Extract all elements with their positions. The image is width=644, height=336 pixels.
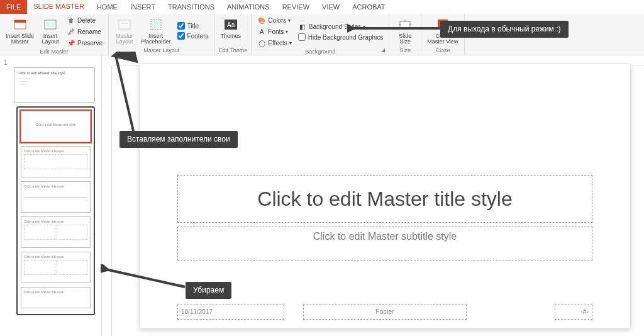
tab-insert[interactable]: INSERT bbox=[124, 0, 162, 14]
vertical-ruler bbox=[102, 65, 112, 336]
preserve-icon: 📌 bbox=[67, 38, 75, 47]
preserve-button[interactable]: 📌Preserve bbox=[65, 38, 104, 48]
master-layout-icon bbox=[116, 16, 133, 33]
tab-view[interactable]: VIEW bbox=[316, 0, 346, 14]
callout-remove: Убираем bbox=[186, 282, 231, 299]
fonts-button[interactable]: AFonts ▾ bbox=[255, 26, 293, 36]
slide-master-icon bbox=[12, 16, 28, 33]
rename-button[interactable]: 🖉Rename bbox=[65, 26, 104, 36]
master-layout-button[interactable]: Master Layout bbox=[113, 15, 136, 47]
group-size: Slide Size Size bbox=[389, 14, 421, 55]
subtitle-placeholder[interactable]: Click to edit Master subtitle style bbox=[177, 227, 592, 260]
group-master-layout: Master Layout Insert Placeholder Title F… bbox=[109, 14, 214, 55]
layout-thumb-4[interactable]: Click to edit Master title style bbox=[21, 216, 91, 248]
insert-slide-master-button[interactable]: Insert Slide Master bbox=[4, 15, 36, 48]
delete-icon: 🗑 bbox=[67, 16, 75, 25]
thumbnail-panel: 1 Click to edit Master title style • ───… bbox=[0, 55, 102, 336]
workspace: 1 Click to edit Master title style • ───… bbox=[0, 55, 644, 336]
master-thumbnail[interactable]: Click to edit Master title style • ─────… bbox=[14, 67, 95, 103]
bg-styles-icon: ◧ bbox=[298, 22, 307, 31]
canvas-area: Click to edit Master title style Click t… bbox=[102, 55, 644, 336]
layout-thumb-1[interactable]: Click to edit Master title style bbox=[21, 111, 91, 142]
layout-thumb-2[interactable]: Click to edit Master title style bbox=[21, 146, 91, 177]
title-checkbox[interactable]: Title bbox=[175, 21, 211, 30]
tab-file[interactable]: FILE bbox=[0, 0, 27, 14]
themes-icon: Aa bbox=[223, 16, 239, 33]
svg-rect-11 bbox=[400, 21, 410, 28]
group-edit-master: Insert Slide Master Insert Layout 🗑Delet… bbox=[0, 14, 109, 55]
svg-rect-1 bbox=[14, 20, 26, 23]
tab-transitions[interactable]: TRANSITIONS bbox=[162, 0, 221, 14]
master-number: 1 bbox=[3, 59, 99, 66]
svg-rect-3 bbox=[46, 22, 50, 27]
tab-slide-master[interactable]: SLIDE MASTER bbox=[27, 0, 91, 14]
themes-button[interactable]: Aa Themes bbox=[218, 15, 243, 47]
layout-thumb-5[interactable]: Click to edit Master title style bbox=[21, 252, 91, 283]
tab-bar: FILE SLIDE MASTER HOME INSERT TRANSITION… bbox=[0, 0, 644, 14]
background-dialog-launcher[interactable]: ◢ bbox=[381, 47, 387, 53]
callout-close: Для выхода в обычный режим :) bbox=[440, 21, 569, 38]
layouts-container: Click to edit Master title style Click t… bbox=[16, 106, 95, 315]
group-background: 🎨Colors ▾ AFonts ▾ ◯Effects ▾ ◧Backgroun… bbox=[252, 14, 389, 55]
footers-checkbox[interactable]: Footers bbox=[175, 31, 211, 40]
colors-icon: 🎨 bbox=[257, 16, 266, 25]
layout-thumb-3[interactable]: Click to edit Master title style bbox=[21, 181, 91, 213]
tab-home[interactable]: HOME bbox=[91, 0, 124, 14]
hide-bg-checkbox[interactable]: Hide Background Graphics bbox=[296, 33, 386, 42]
insert-layout-button[interactable]: Insert Layout bbox=[38, 15, 62, 48]
delete-button[interactable]: 🗑Delete bbox=[65, 15, 104, 25]
tab-review[interactable]: REVIEW bbox=[276, 0, 316, 14]
slide-size-icon bbox=[397, 16, 413, 33]
bg-styles-button[interactable]: ◧Background Styles ▾ bbox=[296, 21, 386, 31]
svg-text:Aa: Aa bbox=[227, 21, 235, 28]
page-number-placeholder[interactable]: ‹#› bbox=[555, 305, 592, 320]
svg-rect-8 bbox=[153, 22, 158, 27]
footer-placeholder[interactable]: Footer bbox=[303, 305, 467, 320]
layout-thumb-6[interactable]: Click to edit Master title style bbox=[21, 287, 91, 308]
placeholder-icon bbox=[148, 16, 164, 33]
rename-icon: 🖉 bbox=[67, 27, 75, 36]
fonts-icon: A bbox=[257, 27, 266, 36]
colors-button[interactable]: 🎨Colors ▾ bbox=[255, 15, 293, 25]
slide-size-button[interactable]: Slide Size bbox=[393, 15, 417, 47]
effects-button[interactable]: ◯Effects ▾ bbox=[255, 38, 293, 48]
insert-placeholder-button[interactable]: Insert Placeholder bbox=[139, 15, 173, 47]
svg-rect-5 bbox=[119, 20, 130, 29]
callout-insert: Вставляем заполнители свои bbox=[119, 131, 238, 148]
tab-animations[interactable]: ANIMATIONS bbox=[221, 0, 276, 14]
title-placeholder[interactable]: Click to edit Master title style bbox=[177, 175, 592, 223]
effects-icon: ◯ bbox=[257, 38, 266, 47]
tab-acrobat[interactable]: ACROBAT bbox=[346, 0, 391, 14]
layout-icon bbox=[42, 16, 58, 33]
group-edit-theme: Aa Themes Edit Theme bbox=[214, 14, 252, 55]
date-placeholder[interactable]: 10/11/2017 bbox=[177, 305, 284, 320]
svg-rect-4 bbox=[51, 22, 55, 27]
